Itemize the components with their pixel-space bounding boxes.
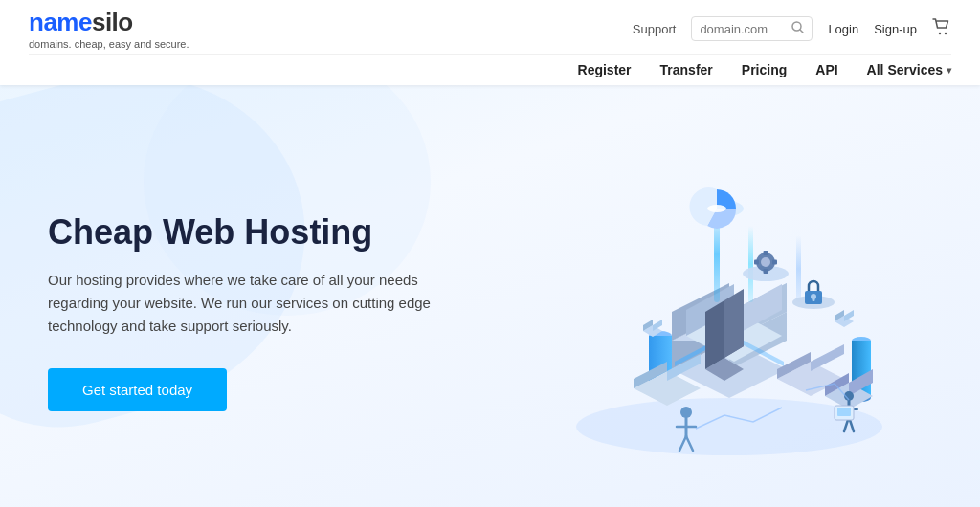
hero-content: Cheap Web Hosting Our hosting provides w… (48, 212, 507, 411)
cart-icon[interactable] (932, 18, 951, 40)
search-box[interactable] (691, 16, 813, 41)
svg-rect-16 (772, 260, 777, 265)
logo-name: name (29, 8, 92, 36)
logo-tagline: domains. cheap, easy and secure. (29, 38, 189, 50)
hero-illustration (507, 133, 932, 491)
svg-point-3 (945, 32, 947, 33)
svg-rect-30 (837, 408, 851, 416)
server-illustration (519, 149, 921, 474)
svg-rect-7 (796, 235, 801, 302)
login-link[interactable]: Login (828, 22, 858, 36)
support-link[interactable]: Support (633, 22, 677, 36)
svg-rect-15 (754, 260, 759, 265)
hero-title: Cheap Web Hosting (48, 212, 507, 252)
nav-all-services[interactable]: All Services ▾ (867, 62, 951, 77)
header-top-bar: namesilo domains. cheap, easy and secure… (29, 0, 951, 55)
nav-register[interactable]: Register (578, 62, 632, 77)
hero-description: Our hosting provides where we take care … (48, 269, 431, 338)
nav-pricing[interactable]: Pricing (742, 62, 787, 77)
nav-api[interactable]: API (815, 62, 837, 77)
cta-button[interactable]: Get started today (48, 368, 227, 411)
svg-rect-20 (813, 297, 815, 301)
logo[interactable]: namesilo domains. cheap, easy and secure… (29, 8, 189, 50)
logo-text: namesilo (29, 8, 189, 37)
signup-link[interactable]: Sign-up (874, 22, 917, 36)
svg-point-2 (939, 32, 941, 33)
svg-point-9 (707, 205, 726, 212)
main-nav: Register Transfer Pricing API All Servic… (29, 55, 951, 85)
search-input[interactable] (700, 22, 786, 36)
search-icon[interactable] (791, 21, 804, 36)
all-services-label: All Services (867, 62, 943, 77)
chevron-down-icon: ▾ (947, 65, 951, 76)
svg-point-27 (680, 407, 692, 418)
illustration-svg (519, 149, 921, 474)
nav-transfer[interactable]: Transfer (660, 62, 713, 77)
header-top-right: Support Login Sign-up (633, 16, 951, 41)
site-header: namesilo domains. cheap, easy and secure… (0, 0, 980, 85)
svg-rect-13 (764, 251, 768, 255)
logo-silo: silo (92, 8, 133, 36)
svg-rect-14 (764, 269, 768, 274)
svg-line-1 (800, 30, 803, 33)
svg-rect-6 (748, 226, 753, 302)
svg-point-12 (761, 257, 770, 267)
hero-section: Cheap Web Hosting Our hosting provides w… (0, 85, 980, 507)
